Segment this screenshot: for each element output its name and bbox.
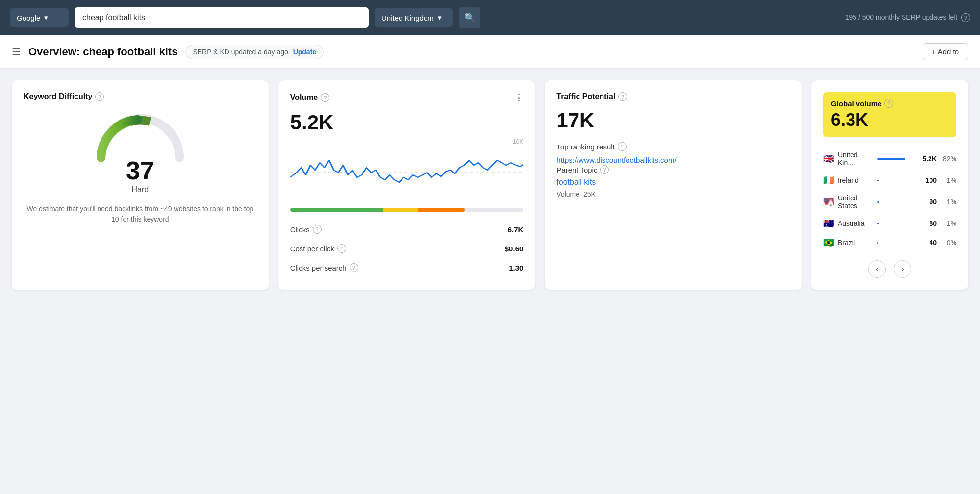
clicks-help-icon[interactable]: ? [313,225,322,234]
volume-chart-area: 10K [290,138,524,202]
credits-text: 195 / 500 monthly SERP updates left [845,13,957,21]
kd-description: We estimate that you'll need backlinks f… [24,204,257,224]
tp-card-title: Traffic Potential ? [556,92,790,101]
top-ranking-label: Top ranking result ? [556,142,790,151]
country-volume: 90 [916,198,937,206]
country-flag: 🇧🇷 [823,237,834,248]
pagination-arrows: ‹ › [823,260,956,278]
cps-value: 1.30 [509,264,523,272]
kd-card-title: Keyword Difficulty ? [24,92,257,101]
cpc-row: Cost per click ? $0.60 [290,239,524,258]
engine-select[interactable]: Google ▾ [10,8,69,27]
clicks-value: 6.7K [508,225,524,234]
volume-bar-yellow [383,208,418,212]
global-volume-header: Global volume ? 6.3K [823,92,956,137]
volume-card: Volume ? ⋮ 5.2K 10K Clicks ? 6.7K [278,80,535,290]
hamburger-icon[interactable]: ☰ [12,46,21,58]
country-chevron-icon: ▾ [438,13,442,22]
global-volume-title-row: Global volume ? [831,99,949,108]
kd-gauge-svg [91,109,189,163]
engine-label: Google [17,14,40,22]
volume-sparkline-chart [290,138,524,197]
update-badge-text: SERP & KD updated a day ago. [193,48,290,56]
country-select[interactable]: United Kingdom ▾ [375,8,453,27]
country-row: 🇺🇸 United States 90 1% [823,190,956,214]
page-header: ☰ Overview: cheap football kits SERP & K… [0,35,980,69]
clicks-row: Clicks ? 6.7K [290,220,524,239]
search-button[interactable]: 🔍 [459,7,480,28]
volume-title-text: Volume [290,93,318,102]
volume-bar-green [290,208,383,212]
tp-help-icon[interactable]: ? [618,92,627,101]
main-content: Keyword Difficulty ? [0,69,980,301]
top-ranking-help-icon[interactable]: ? [618,142,627,151]
search-icon: 🔍 [464,12,475,23]
page-title: Overview: cheap football kits [28,46,177,58]
country-pct: 1% [941,176,956,184]
kd-title-text: Keyword Difficulty [24,92,92,101]
kd-score: 37 [126,158,154,183]
parent-topic-help-icon[interactable]: ? [600,165,609,174]
volume-card-title: Volume ? ⋮ [290,92,524,103]
add-to-button[interactable]: + Add to [923,43,968,60]
country-flag: 🇺🇸 [823,197,834,207]
clicks-label: Clicks ? [290,225,322,234]
update-link[interactable]: Update [293,48,316,56]
country-pct: 0% [941,239,956,247]
update-badge: SERP & KD updated a day ago. Update [185,45,324,59]
country-bar [877,158,905,160]
country-volume: 40 [916,239,937,247]
tp-title-text: Traffic Potential [556,92,615,101]
cps-help-icon[interactable]: ? [350,263,358,272]
country-name: Brazil [838,239,869,247]
country-name: Australia [838,220,869,227]
cps-label: Clicks per search ? [290,263,358,272]
next-arrow-button[interactable]: › [894,260,911,278]
country-name: United States [838,194,869,210]
global-volume-title-text: Global volume [831,99,881,108]
volume-more-icon[interactable]: ⋮ [514,92,523,103]
volume-bar-orange [418,208,465,212]
country-bar [877,201,879,203]
search-input[interactable] [75,7,369,28]
credits-display: 195 / 500 monthly SERP updates left ? [845,13,970,22]
country-label: United Kingdom [381,14,434,22]
tp-value: 17K [556,109,790,132]
country-name: United Kin... [838,151,869,167]
parent-topic-link[interactable]: football kits [556,178,790,187]
country-volume: 100 [916,176,937,184]
country-flag: 🇬🇧 [823,153,834,164]
traffic-potential-card: Traffic Potential ? 17K Top ranking resu… [545,80,802,290]
volume-value: 5.2K [290,111,524,134]
country-bar [877,242,878,244]
country-pct: 1% [941,220,956,227]
prev-arrow-button[interactable]: ‹ [868,260,886,278]
engine-chevron-icon: ▾ [44,13,48,22]
country-bar [877,180,879,181]
volume-help-icon[interactable]: ? [321,93,329,102]
country-row: 🇧🇷 Brazil 40 0% [823,233,956,252]
credits-help-icon[interactable]: ? [961,13,970,22]
kd-help-icon[interactable]: ? [95,92,104,101]
country-row: 🇦🇺 Australia 80 1% [823,214,956,233]
global-volume-help-icon[interactable]: ? [884,99,893,108]
country-volume: 5.2K [916,155,937,163]
kd-gauge-container: 37 Hard [24,109,257,194]
country-volume: 80 [916,220,937,227]
global-volume-card: Global volume ? 6.3K 🇬🇧 United Kin... 5.… [811,80,968,290]
cpc-help-icon[interactable]: ? [337,244,346,253]
topbar: Google ▾ United Kingdom ▾ 🔍 195 / 500 mo… [0,0,980,35]
kd-difficulty-label: Hard [131,185,149,194]
country-pct: 1% [941,198,956,206]
keyword-difficulty-card: Keyword Difficulty ? [12,80,269,290]
country-flag: 🇦🇺 [823,218,834,229]
country-list: 🇬🇧 United Kin... 5.2K 82% 🇮🇪 Ireland 100… [823,147,956,252]
global-volume-value: 6.3K [831,110,949,130]
country-name: Ireland [838,176,869,184]
parent-topic-label: Parent Topic ? [556,165,790,174]
country-row: 🇮🇪 Ireland 100 1% [823,171,956,190]
country-pct: 82% [941,155,956,163]
volume-bar-track [290,208,524,212]
country-bar [877,223,879,224]
top-ranking-url[interactable]: https://www.discountfootballkits.com/ [556,156,676,164]
